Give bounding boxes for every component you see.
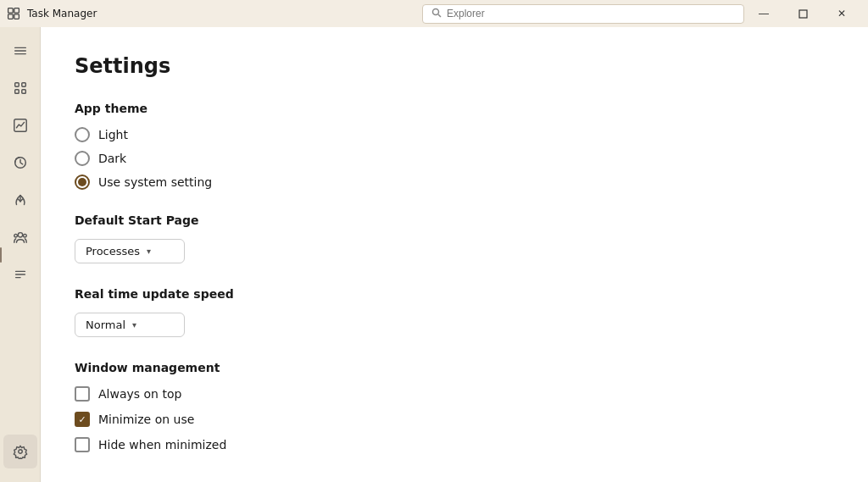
search-input[interactable] bbox=[447, 8, 735, 19]
sidebar-item-settings[interactable] bbox=[3, 435, 37, 468]
maximize-button[interactable] bbox=[783, 0, 822, 27]
titlebar: Task Manager — ✕ bbox=[0, 0, 868, 27]
svg-line-5 bbox=[438, 14, 441, 17]
chevron-down-icon: ▾ bbox=[147, 247, 151, 256]
minimize-on-use-checkbox[interactable] bbox=[75, 412, 90, 427]
default-start-page-label: Default Start Page bbox=[75, 213, 834, 227]
sidebar-active-indicator bbox=[0, 247, 2, 263]
app-icon bbox=[7, 7, 20, 20]
svg-point-19 bbox=[18, 233, 22, 237]
default-start-page-section: Default Start Page Processes ▾ bbox=[75, 213, 834, 263]
always-on-top-label: Always on top bbox=[98, 387, 181, 401]
search-bar[interactable] bbox=[422, 4, 744, 24]
main-content: Settings App theme Light Dark Use system… bbox=[41, 27, 868, 482]
hide-when-minimized-option[interactable]: Hide when minimized bbox=[75, 437, 834, 452]
always-on-top-option[interactable]: Always on top bbox=[75, 386, 834, 402]
sidebar-item-menu[interactable] bbox=[3, 34, 37, 68]
default-start-page-dropdown[interactable]: Processes ▾ bbox=[75, 239, 185, 263]
svg-rect-12 bbox=[14, 90, 19, 94]
svg-rect-3 bbox=[14, 14, 19, 19]
svg-rect-13 bbox=[21, 90, 25, 94]
minimize-on-use-option[interactable]: Minimize on use bbox=[75, 412, 834, 427]
theme-light-label: Light bbox=[98, 128, 128, 141]
window-controls: — ✕ bbox=[744, 0, 861, 27]
minimize-button[interactable]: — bbox=[744, 0, 783, 27]
window-management-checkboxes: Always on top Minimize on use Hide when … bbox=[75, 386, 834, 452]
update-speed-dropdown[interactable]: Normal ▾ bbox=[75, 313, 185, 337]
app-theme-radio-group: Light Dark Use system setting bbox=[75, 127, 834, 190]
svg-rect-0 bbox=[8, 8, 14, 14]
chevron-down-icon: ▾ bbox=[132, 320, 136, 330]
hide-when-minimized-label: Hide when minimized bbox=[98, 438, 226, 452]
always-on-top-checkbox[interactable] bbox=[75, 386, 90, 402]
update-speed-label: Real time update speed bbox=[75, 287, 834, 301]
svg-point-4 bbox=[433, 8, 439, 14]
svg-rect-1 bbox=[14, 8, 19, 14]
theme-dark-label: Dark bbox=[98, 152, 126, 165]
window-management-section: Window management Always on top Minimize… bbox=[75, 361, 834, 452]
theme-system-option[interactable]: Use system setting bbox=[75, 175, 834, 190]
sidebar-item-history[interactable] bbox=[3, 146, 37, 180]
theme-dark-option[interactable]: Dark bbox=[75, 151, 834, 166]
theme-light-radio[interactable] bbox=[75, 127, 90, 142]
close-button[interactable]: ✕ bbox=[822, 0, 861, 27]
update-speed-section: Real time update speed Normal ▾ bbox=[75, 287, 834, 337]
app-layout: Settings App theme Light Dark Use system… bbox=[0, 27, 868, 482]
sidebar-item-startup[interactable] bbox=[3, 183, 37, 217]
sidebar-item-details[interactable] bbox=[3, 258, 37, 291]
svg-point-25 bbox=[18, 450, 22, 454]
hide-when-minimized-checkbox[interactable] bbox=[75, 437, 90, 452]
search-icon bbox=[431, 8, 442, 20]
svg-rect-2 bbox=[8, 14, 14, 19]
sidebar-item-processes[interactable] bbox=[3, 71, 37, 105]
sidebar-item-users[interactable] bbox=[3, 220, 37, 254]
app-title: Task Manager bbox=[27, 8, 422, 19]
sidebar bbox=[0, 27, 41, 482]
svg-rect-10 bbox=[14, 83, 19, 87]
app-theme-section: App theme Light Dark Use system setting bbox=[75, 102, 834, 190]
svg-point-21 bbox=[23, 234, 26, 237]
sidebar-bottom bbox=[3, 435, 37, 475]
default-start-page-value: Processes bbox=[86, 245, 140, 258]
sidebar-item-performance[interactable] bbox=[3, 108, 37, 142]
theme-system-label: Use system setting bbox=[98, 175, 212, 189]
app-theme-label: App theme bbox=[75, 102, 834, 115]
theme-system-radio[interactable] bbox=[75, 175, 90, 190]
window-management-label: Window management bbox=[75, 361, 834, 374]
svg-point-20 bbox=[14, 234, 17, 237]
theme-dark-radio[interactable] bbox=[75, 151, 90, 166]
theme-light-option[interactable]: Light bbox=[75, 127, 834, 142]
svg-rect-11 bbox=[21, 83, 25, 87]
minimize-on-use-label: Minimize on use bbox=[98, 413, 194, 426]
page-title: Settings bbox=[75, 54, 834, 78]
svg-rect-6 bbox=[799, 10, 807, 18]
update-speed-value: Normal bbox=[86, 319, 125, 331]
